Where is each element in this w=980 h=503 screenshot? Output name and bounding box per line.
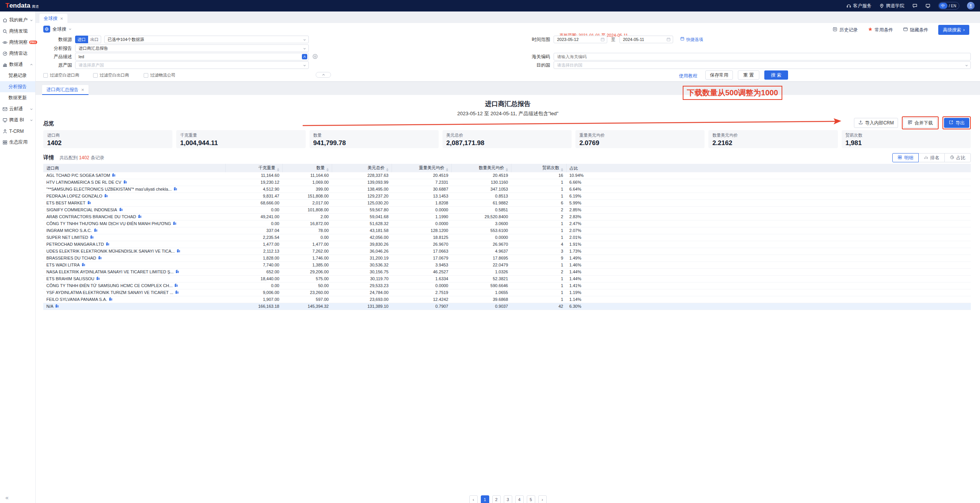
table-row[interactable]: N/A166,163.18145,394.32131,389.100.79070… xyxy=(43,303,971,310)
quick-options-link[interactable]: 快捷选项 xyxy=(680,36,703,43)
page-3[interactable]: 3 xyxy=(504,495,512,503)
origin-country-select[interactable]: 请选择原产国 xyxy=(75,61,309,69)
monitor-icon[interactable] xyxy=(925,3,931,8)
language-toggle[interactable]: 中 / EN xyxy=(938,2,959,10)
company-icon[interactable] xyxy=(119,207,123,213)
save-common-button[interactable]: 保存常用 xyxy=(705,70,733,80)
advanced-search-button[interactable]: 高级搜索 › xyxy=(938,25,969,35)
merge-download-button[interactable]: 合并下载 xyxy=(903,118,937,128)
sidebar-item-trade-records[interactable]: 贸易记录 xyxy=(0,70,35,81)
company-icon[interactable] xyxy=(104,193,108,199)
company-icon[interactable] xyxy=(96,276,100,282)
company-icon[interactable] xyxy=(87,200,91,206)
table-row[interactable]: AGL TCHAD P/C SOGEA SATOM11,164.6011,164… xyxy=(43,172,971,179)
page-2[interactable]: 2 xyxy=(492,495,501,503)
company-icon[interactable] xyxy=(90,234,94,241)
lang-zh[interactable]: 中 xyxy=(939,3,947,9)
company-icon[interactable] xyxy=(109,296,113,303)
avatar[interactable] xyxy=(967,2,975,10)
chat-icon[interactable] xyxy=(912,3,918,8)
table-row[interactable]: PEDRAJA LOPEZ GONZALO9,831.47151,808.001… xyxy=(43,193,971,200)
match-mode-icon[interactable] xyxy=(312,54,318,60)
page-4[interactable]: 4 xyxy=(515,495,524,503)
tab-import-summary-report[interactable]: 进口商汇总报告 × xyxy=(42,85,88,95)
reset-button[interactable]: 重 置 xyxy=(738,70,759,80)
page-1[interactable]: 1 xyxy=(481,495,489,503)
sidebar-item-eco-apps[interactable]: 生态应用 xyxy=(0,137,35,148)
table-row[interactable]: ETS BRAHIM SALISSOU18,440.00575.0030,119… xyxy=(43,276,971,283)
close-icon[interactable]: × xyxy=(81,87,84,92)
sidebar-item-biz-radar[interactable]: 商情雷达 xyxy=(0,48,35,59)
favorite-conditions-button[interactable]: 常用条件 xyxy=(868,27,893,33)
import-crm-button[interactable]: 导入内部CRM xyxy=(854,118,898,128)
column-header-usd-per-kg[interactable]: 重量美元均价 xyxy=(392,164,451,172)
sidebar-item-my-account[interactable]: 我的账户 xyxy=(0,15,35,26)
company-icon[interactable] xyxy=(112,172,116,179)
view-proportion-button[interactable]: 占比 xyxy=(944,153,971,162)
collapse-filters-button[interactable] xyxy=(316,72,331,78)
view-ranking-button[interactable]: 排名 xyxy=(918,153,945,162)
datasource-select[interactable]: 已选中104个数据源 xyxy=(104,36,309,43)
hs-code-input[interactable] xyxy=(554,53,971,60)
table-row[interactable]: CÔNG TY TNHH THƯƠNG MAI DỊCH VỤ ĐIÊN MAN… xyxy=(43,220,971,227)
table-row[interactable]: NASA ELEKTRIK AYDINLATMA SANAYI VE TICAR… xyxy=(43,269,971,276)
sidebar-item-analysis-reports[interactable]: 分析报告 xyxy=(0,81,35,92)
close-icon[interactable]: × xyxy=(60,16,63,21)
sort-icon[interactable] xyxy=(386,168,388,171)
company-icon[interactable] xyxy=(175,269,179,275)
column-header-usd-per-qty[interactable]: 数量美元均价 xyxy=(451,164,511,172)
checkbox-filter-logistics[interactable]: 过滤物流公司 xyxy=(144,72,175,78)
table-row[interactable]: FEILO SYLVANIA PANAMA S.A.1,907.00597.00… xyxy=(43,296,971,303)
company-icon[interactable] xyxy=(98,255,102,261)
company-icon[interactable] xyxy=(174,186,177,193)
tendata-logo[interactable]: Tendata腾道 xyxy=(5,2,39,10)
column-header-kg-weight[interactable]: 千克重量 xyxy=(225,164,282,172)
date-from-input[interactable]: 2023-05-12 xyxy=(554,36,607,43)
export-button[interactable]: 导出 xyxy=(944,118,969,128)
hide-conditions-button[interactable]: 隐藏条件 xyxy=(903,27,928,33)
column-header-quantity[interactable]: 数量 xyxy=(282,164,332,172)
company-icon[interactable] xyxy=(177,248,180,255)
company-icon[interactable] xyxy=(94,227,98,234)
checkbox-filter-blank-importer[interactable]: 过滤空白进口商 xyxy=(43,72,79,78)
company-icon[interactable] xyxy=(173,220,177,227)
column-header-usd-total[interactable]: 美元总价 xyxy=(332,164,392,172)
page-5[interactable]: 5 xyxy=(527,495,535,503)
table-row[interactable]: BRASSERIES DU TCHAD1,828.001,746.0031,20… xyxy=(43,255,971,262)
column-header-trade-count[interactable]: 贸易次数 xyxy=(511,164,566,172)
company-icon[interactable] xyxy=(175,289,179,296)
search-button[interactable]: 搜 索 xyxy=(764,70,788,80)
page-prev[interactable]: ‹ xyxy=(469,495,478,503)
sort-icon[interactable] xyxy=(506,168,508,171)
tab-global-search[interactable]: 全球搜 × xyxy=(39,14,67,23)
view-detail-button[interactable]: 明细 xyxy=(892,153,919,162)
date-to-input[interactable]: 2024-05-11 xyxy=(619,36,673,43)
sort-icon[interactable] xyxy=(277,168,279,171)
export-toggle[interactable]: 出口 xyxy=(88,36,101,43)
table-row[interactable]: SUPER NET LIMITED2,235.540.0042,056.0018… xyxy=(43,234,971,241)
checkbox-filter-blank-exporter[interactable]: 过滤空白出口商 xyxy=(93,72,129,78)
history-button[interactable]: 历史记录 xyxy=(833,27,858,33)
company-icon[interactable] xyxy=(174,283,178,289)
page-next[interactable]: › xyxy=(538,495,547,503)
sort-icon[interactable] xyxy=(561,168,563,171)
sidebar-item-biz-insight[interactable]: 商情洞察PRO xyxy=(0,37,35,48)
table-row[interactable]: SIGNIFY COMMERCIAL INDONESIA0.00101,808.… xyxy=(43,207,971,214)
sidebar-item-biz-discovery[interactable]: 商情发现 xyxy=(0,26,35,37)
table-row[interactable]: YSF AYDINLATMA ELEKTRONIK TURIZM SANAYI … xyxy=(43,289,971,296)
company-icon[interactable] xyxy=(106,241,110,248)
customer-service-link[interactable]: 客户服务 xyxy=(846,3,872,9)
company-icon[interactable] xyxy=(82,262,85,268)
company-icon[interactable] xyxy=(123,179,127,186)
sidebar-item-t-crm[interactable]: T-CRM xyxy=(0,126,35,137)
sidebar-collapse-button[interactable]: « xyxy=(0,494,36,501)
sort-icon[interactable] xyxy=(326,168,329,171)
table-row[interactable]: CÔNG TY TNHH ĐIÊN TỬ SAMSUNG HCMC CE COM… xyxy=(43,283,971,289)
table-row[interactable]: INGRAM MICRO S.A.C.337.0478.0043,181.581… xyxy=(43,227,971,234)
table-row[interactable]: "**SAMSUNG ELECTRONICS UZBEKISTAN"* mas'… xyxy=(43,186,971,193)
scope-selector[interactable]: 全球搜 xyxy=(43,26,72,33)
table-row[interactable]: ARAB CONTRACTORS BRANCHE DU TCHAD49,241.… xyxy=(43,214,971,220)
import-toggle[interactable]: 进口 xyxy=(75,36,88,43)
sidebar-item-data-updates[interactable]: 数据更新 xyxy=(0,92,35,103)
academy-link[interactable]: 腾道学院 xyxy=(879,3,905,9)
